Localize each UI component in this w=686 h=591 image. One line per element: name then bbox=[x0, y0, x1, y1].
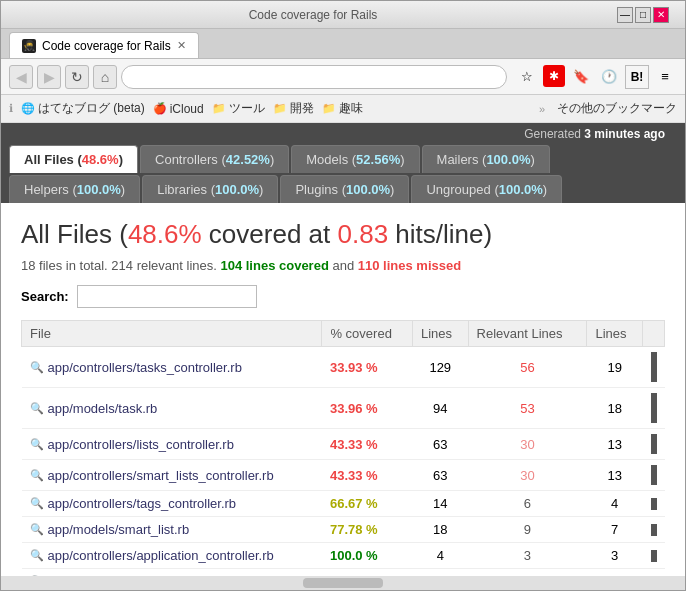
cell-bar bbox=[643, 388, 665, 429]
plugin-icon[interactable]: ✱ bbox=[543, 65, 565, 87]
cell-pct: 66.67 % bbox=[322, 491, 413, 517]
tab-close-button[interactable]: ✕ bbox=[177, 39, 186, 52]
pct-value: 66.67 % bbox=[330, 496, 378, 511]
pct-value: 43.33 % bbox=[330, 468, 378, 483]
tab-ungrouped[interactable]: Ungrouped (100.0%) bbox=[411, 175, 562, 203]
bar-visual bbox=[651, 393, 657, 423]
cell-file: 🔍 app/controllers/tasks_controller.rb bbox=[22, 347, 322, 388]
file-icon: 🔍 bbox=[30, 438, 44, 451]
cell-lines: 129 bbox=[413, 347, 469, 388]
tab-bar: 🥷 Code coverage for Rails ✕ bbox=[1, 29, 685, 59]
tab-all-files[interactable]: All Files (48.6%) bbox=[9, 145, 138, 173]
title-bar: Code coverage for Rails — □ ✕ bbox=[1, 1, 685, 29]
window-controls: — □ ✕ bbox=[617, 7, 669, 23]
pct-value: 100.0 % bbox=[330, 548, 378, 563]
cell-lines2: 13 bbox=[587, 460, 643, 491]
file-link[interactable]: 🔍 app/models/smart_list.rb bbox=[30, 522, 314, 537]
tab-controllers[interactable]: Controllers (42.52%) bbox=[140, 145, 289, 173]
more-bookmarks[interactable]: その他のブックマーク bbox=[557, 100, 677, 117]
tab-helpers-pct: 100.0% bbox=[77, 182, 121, 197]
summary-prefix: 18 files in total. 214 relevant lines. bbox=[21, 258, 220, 273]
table-row[interactable]: 🔍 app/controllers/smart_lists_controller… bbox=[22, 460, 665, 491]
bookmark-hatenablog[interactable]: 🌐 はてなブログ (beta) bbox=[21, 100, 145, 117]
table-row[interactable]: 🔍 app/models/smart_list.rb 77.78 % 18 9 … bbox=[22, 517, 665, 543]
file-name: app/controllers/tags_controller.rb bbox=[48, 496, 237, 511]
heading-covered: covered at bbox=[202, 219, 338, 249]
bookmark-label: iCloud bbox=[170, 102, 204, 116]
cell-lines: 4 bbox=[413, 569, 469, 577]
home-button[interactable]: ⌂ bbox=[93, 65, 117, 89]
b-icon[interactable]: B! bbox=[625, 65, 649, 89]
info-icon: ℹ bbox=[9, 102, 13, 115]
table-row[interactable]: 🔍 app/controllers/tags_controller.rb 66.… bbox=[22, 491, 665, 517]
table-row[interactable]: 🔍 app/models/task.rb 33.96 % 94 53 18 bbox=[22, 388, 665, 429]
cell-file: 🔍 app/controllers/application_controller… bbox=[22, 543, 322, 569]
history-icon[interactable]: 🕐 bbox=[597, 65, 621, 89]
browser-tab[interactable]: 🥷 Code coverage for Rails ✕ bbox=[9, 32, 199, 58]
tab-plugins[interactable]: Plugins (100.0%) bbox=[280, 175, 409, 203]
file-link[interactable]: 🔍 app/controllers/tags_controller.rb bbox=[30, 496, 314, 511]
cell-relevant: 30 bbox=[468, 460, 587, 491]
summary-and: and bbox=[329, 258, 358, 273]
table-row[interactable]: 🔍 app/controllers/tasks_controller.rb 33… bbox=[22, 347, 665, 388]
search-input[interactable] bbox=[77, 285, 257, 308]
menu-icon[interactable]: ≡ bbox=[653, 65, 677, 89]
page-heading: All Files (48.6% covered at 0.83 hits/li… bbox=[21, 219, 665, 250]
maximize-button[interactable]: □ bbox=[635, 7, 651, 23]
cell-lines: 63 bbox=[413, 460, 469, 491]
table-row[interactable]: 🔍 app/controllers/home_controller.rb 100… bbox=[22, 569, 665, 577]
close-button[interactable]: ✕ bbox=[653, 7, 669, 23]
heading-suffix: hits/line) bbox=[388, 219, 492, 249]
tab-helpers[interactable]: Helpers (100.0%) bbox=[9, 175, 140, 203]
bar-visual bbox=[651, 434, 657, 454]
forward-button[interactable]: ▶ bbox=[37, 65, 61, 89]
cell-lines: 94 bbox=[413, 388, 469, 429]
cell-lines: 63 bbox=[413, 429, 469, 460]
navigation-bar: ◀ ▶ ↻ ⌂ ☆ ✱ 🔖 🕐 B! ≡ bbox=[1, 59, 685, 95]
tab-models-pct: 52.56% bbox=[356, 152, 400, 167]
bookmark-icloud[interactable]: 🍎 iCloud bbox=[153, 102, 204, 116]
bookmark-hobby[interactable]: 📁 趣味 bbox=[322, 100, 363, 117]
tab-controllers-pct: 42.52% bbox=[226, 152, 270, 167]
horizontal-scrollbar[interactable] bbox=[1, 576, 685, 590]
file-name: app/models/task.rb bbox=[48, 401, 158, 416]
file-link[interactable]: 🔍 app/controllers/smart_lists_controller… bbox=[30, 468, 314, 483]
cell-bar bbox=[643, 543, 665, 569]
tab-mailers[interactable]: Mailers (100.0%) bbox=[422, 145, 550, 173]
bookmark-icon[interactable]: 🔖 bbox=[569, 65, 593, 89]
table-row[interactable]: 🔍 app/controllers/lists_controller.rb 43… bbox=[22, 429, 665, 460]
reload-button[interactable]: ↻ bbox=[65, 65, 89, 89]
file-icon: 🔍 bbox=[30, 523, 44, 536]
pct-value: 77.78 % bbox=[330, 522, 378, 537]
generated-bar: Generated 3 minutes ago bbox=[1, 123, 685, 145]
relevant-value: 53 bbox=[520, 401, 534, 416]
minimize-button[interactable]: — bbox=[617, 7, 633, 23]
file-icon: 🔍 bbox=[30, 402, 44, 415]
tab-mailers-pct: 100.0% bbox=[486, 152, 530, 167]
tab-models[interactable]: Models (52.56%) bbox=[291, 145, 419, 173]
file-link[interactable]: 🔍 app/controllers/lists_controller.rb bbox=[30, 437, 314, 452]
star-icon[interactable]: ☆ bbox=[515, 65, 539, 89]
cell-pct: 77.78 % bbox=[322, 517, 413, 543]
address-bar[interactable] bbox=[121, 65, 507, 89]
file-name: app/controllers/smart_lists_controller.r… bbox=[48, 468, 274, 483]
cell-file: 🔍 app/controllers/lists_controller.rb bbox=[22, 429, 322, 460]
file-link[interactable]: 🔍 app/controllers/tasks_controller.rb bbox=[30, 360, 314, 375]
table-row[interactable]: 🔍 app/controllers/application_controller… bbox=[22, 543, 665, 569]
bookmark-tools[interactable]: 📁 ツール bbox=[212, 100, 265, 117]
nav-icons: ☆ ✱ 🔖 🕐 B! ≡ bbox=[515, 65, 677, 89]
cell-pct: 100.0 % bbox=[322, 569, 413, 577]
summary-covered: 104 lines covered bbox=[220, 258, 328, 273]
file-link[interactable]: 🔍 app/controllers/application_controller… bbox=[30, 548, 314, 563]
bookmark-dev[interactable]: 📁 開発 bbox=[273, 100, 314, 117]
tab-libraries-pct: 100.0% bbox=[215, 182, 259, 197]
cell-bar bbox=[643, 347, 665, 388]
scroll-thumb-horizontal[interactable] bbox=[303, 578, 383, 588]
cell-relevant: 6 bbox=[468, 491, 587, 517]
file-link[interactable]: 🔍 app/models/task.rb bbox=[30, 401, 314, 416]
bar-visual bbox=[651, 465, 657, 485]
cell-file: 🔍 app/models/smart_list.rb bbox=[22, 517, 322, 543]
back-button[interactable]: ◀ bbox=[9, 65, 33, 89]
tab-libraries[interactable]: Libraries (100.0%) bbox=[142, 175, 278, 203]
col-bar bbox=[643, 321, 665, 347]
